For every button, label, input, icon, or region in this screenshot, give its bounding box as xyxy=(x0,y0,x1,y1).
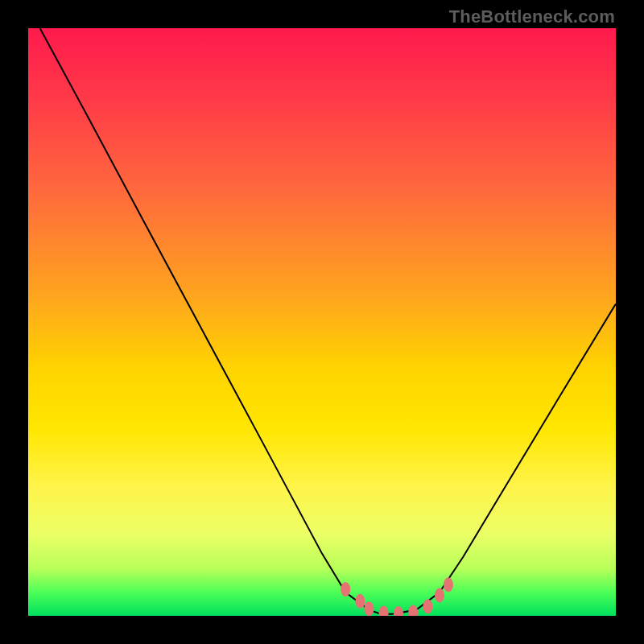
bottleneck-curve xyxy=(40,28,616,614)
sweet-spot-marker xyxy=(408,605,418,616)
sweet-spot-marker xyxy=(355,594,365,609)
sweet-spot-marker xyxy=(394,606,403,616)
curve-overlay xyxy=(28,28,616,616)
sweet-spot-marker xyxy=(379,605,389,616)
plot-area xyxy=(28,28,616,616)
sweet-spot-marker xyxy=(435,588,444,603)
sweet-spot-markers xyxy=(341,577,453,616)
sweet-spot-marker xyxy=(364,601,374,616)
branding-label: TheBottleneck.com xyxy=(449,6,615,27)
sweet-spot-marker xyxy=(423,599,432,613)
sweet-spot-marker xyxy=(341,582,350,597)
sweet-spot-marker xyxy=(444,577,453,592)
chart-root: TheBottleneck.com xyxy=(0,0,644,644)
